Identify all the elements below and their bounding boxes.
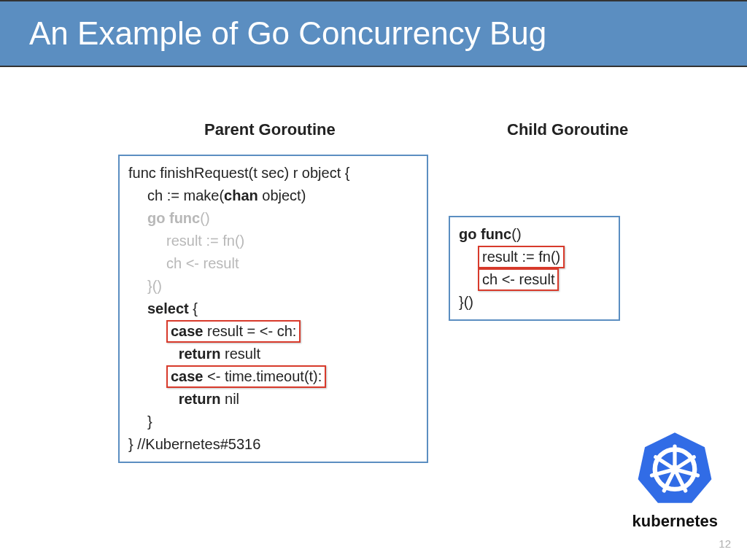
- page-number: 12: [719, 537, 731, 550]
- kubernetes-logo: kubernetes: [632, 429, 718, 531]
- code-line: func finishRequest(t sec) r object {: [128, 162, 418, 184]
- code-line: return nil: [128, 388, 418, 411]
- code-line: ch <- result: [128, 252, 418, 275]
- highlight-case-recv: case result = <- ch:: [166, 320, 301, 343]
- code-line: case <- time.timeout(t):: [128, 365, 418, 388]
- heading-parent: Parent Goroutine: [204, 120, 336, 139]
- slide-title: An Example of Go Concurrency Bug: [29, 15, 546, 52]
- code-line: }: [128, 411, 418, 433]
- code-line: go func(): [459, 223, 610, 246]
- code-line: result := fn(): [459, 246, 610, 268]
- code-line: case result = <- ch:: [128, 320, 418, 343]
- slide: An Example of Go Concurrency Bug Parent …: [0, 0, 747, 560]
- highlight-child-result: result := fn(): [478, 246, 565, 268]
- highlight-case-timeout: case <- time.timeout(t):: [166, 365, 326, 388]
- code-line: ch := make(chan object): [128, 184, 418, 207]
- code-parent: func finishRequest(t sec) r object { ch …: [118, 155, 428, 463]
- code-child: go func() result := fn() ch <- result }(…: [449, 216, 620, 321]
- code-line: result := fn(): [128, 230, 418, 252]
- kubernetes-wheel-icon: [635, 429, 715, 506]
- code-line: select {: [128, 298, 418, 320]
- highlight-child-send: ch <- result: [478, 268, 559, 291]
- heading-child: Child Goroutine: [507, 120, 628, 139]
- code-line: return result: [128, 343, 418, 365]
- kubernetes-label: kubernetes: [632, 512, 718, 531]
- code-line: ch <- result: [459, 268, 610, 291]
- code-line: }(): [128, 275, 418, 298]
- code-line: go func(): [128, 207, 418, 230]
- code-line: } //Kubernetes#5316: [128, 433, 418, 456]
- title-bar: An Example of Go Concurrency Bug: [0, 0, 747, 67]
- code-line: }(): [459, 291, 610, 314]
